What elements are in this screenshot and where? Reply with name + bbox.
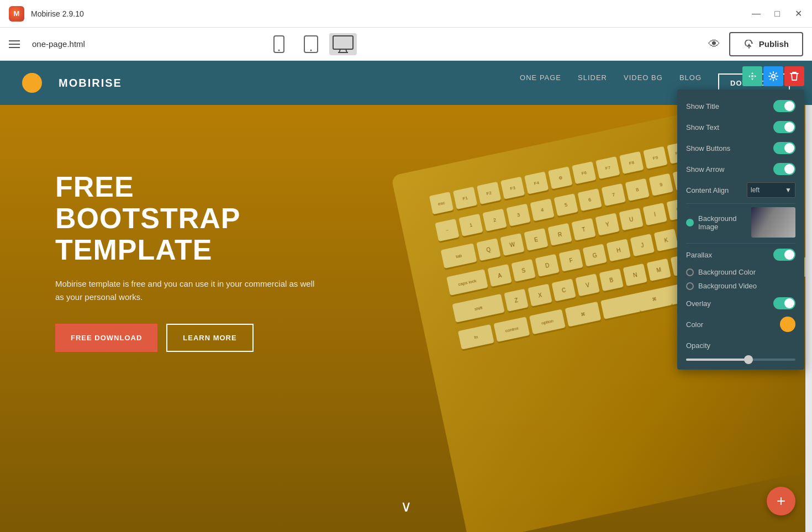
scrollbar[interactable]	[805, 61, 812, 532]
background-video-row: Background Video	[686, 282, 795, 290]
minimize-button[interactable]: —	[751, 9, 761, 19]
hero-text-block: FREE BOOTSTRAP TEMPLATE Mobirise templat…	[55, 171, 320, 352]
background-video-radio[interactable]	[686, 282, 694, 290]
opacity-label-row: Opacity	[686, 338, 795, 353]
content-area: MOBIRISE ONE PAGE SLIDER VIDEO BG BLOG D…	[0, 61, 812, 532]
color-swatch[interactable]	[780, 317, 795, 332]
hamburger-menu[interactable]	[9, 40, 20, 48]
parallax-label: Parallax	[686, 251, 773, 259]
overlay-label: Overlay	[686, 299, 773, 308]
slider-fill	[686, 359, 746, 361]
background-color-label: Background Color	[698, 268, 795, 276]
slider-track	[686, 359, 795, 361]
background-color-row: Background Color	[686, 268, 795, 276]
hero-subtitle: Mobirise template is free and you can us…	[55, 277, 320, 304]
background-image-thumb[interactable]	[751, 207, 795, 238]
background-image-row: Background Image	[686, 207, 795, 238]
publish-button[interactable]: Publish	[729, 32, 803, 56]
hero-title: FREE BOOTSTRAP TEMPLATE	[55, 171, 320, 266]
hero-buttons: FREE DOWNLOAD LEARN MORE	[55, 324, 320, 352]
overlay-toggle[interactable]	[773, 297, 795, 309]
app-logo: M	[9, 6, 24, 22]
show-title-label: Show Title	[686, 102, 773, 110]
maximize-button[interactable]: □	[772, 9, 782, 19]
show-arrow-label: Show Arrow	[686, 165, 773, 173]
nav-link-slider[interactable]: SLIDER	[578, 73, 607, 93]
bg-image-active-dot	[686, 219, 694, 227]
content-align-select[interactable]: left ▼	[747, 182, 795, 198]
desktop-icon	[333, 35, 354, 53]
content-align-label: Content Align	[686, 186, 747, 194]
parallax-toggle[interactable]	[773, 249, 795, 261]
nav-link-videobg[interactable]: VIDEO BG	[624, 73, 663, 93]
site-logo-text: MOBIRISE	[59, 77, 122, 89]
close-button[interactable]: ✕	[793, 9, 803, 19]
mobile-view-button[interactable]	[265, 33, 293, 55]
parallax-row: Parallax	[686, 247, 795, 262]
learn-more-button[interactable]: LEARN MORE	[166, 324, 253, 352]
show-title-row: Show Title	[686, 98, 795, 114]
content-align-row: Content Align left ▼	[686, 182, 795, 198]
site-logo-circle	[22, 73, 42, 93]
color-row: Color	[686, 317, 795, 332]
menu-bar: one-page.html 👁	[0, 28, 812, 61]
color-label: Color	[686, 320, 780, 329]
title-bar: M Mobirise 2.9.10 — □ ✕	[0, 0, 812, 28]
divider-1	[686, 203, 795, 204]
nav-link-onepage[interactable]: ONE PAGE	[520, 73, 561, 93]
free-download-button[interactable]: FREE DOWNLOAD	[55, 324, 157, 352]
tablet-view-button[interactable]	[297, 33, 325, 55]
opacity-label: Opacity	[686, 341, 795, 350]
show-text-row: Show Text	[686, 119, 795, 135]
mobile-icon	[273, 35, 285, 53]
show-text-label: Show Text	[686, 123, 773, 131]
opacity-slider[interactable]	[686, 359, 795, 361]
scroll-arrow[interactable]: ∨	[400, 497, 412, 515]
svg-point-1	[278, 49, 280, 51]
cloud-upload-icon	[744, 40, 755, 49]
svg-point-3	[310, 49, 312, 51]
show-buttons-row: Show Buttons	[686, 140, 795, 156]
tablet-icon	[303, 35, 319, 53]
show-title-toggle[interactable]	[773, 100, 795, 112]
add-block-button[interactable]: +	[767, 487, 795, 515]
background-color-radio[interactable]	[686, 268, 694, 276]
settings-icon	[768, 71, 778, 81]
filename-label: one-page.html	[32, 39, 85, 49]
settings-panel: Show Title Show Text Show Buttons Show A…	[677, 89, 804, 370]
slider-thumb[interactable]	[744, 355, 753, 364]
panel-toolbar	[742, 66, 804, 86]
show-arrow-toggle[interactable]	[773, 163, 795, 175]
svg-rect-8	[751, 75, 753, 77]
background-image-label: Background Image	[698, 214, 751, 231]
menu-right: 👁 Publish	[708, 32, 803, 56]
svg-rect-4	[333, 36, 353, 49]
divider-2	[686, 243, 795, 244]
svg-point-9	[772, 75, 775, 78]
show-buttons-toggle[interactable]	[773, 142, 795, 154]
preview-icon[interactable]: 👁	[708, 37, 720, 51]
move-block-button[interactable]	[742, 66, 762, 86]
logo-letter: M	[14, 9, 20, 18]
show-arrow-row: Show Arrow	[686, 161, 795, 177]
move-icon	[747, 71, 757, 81]
trash-icon	[790, 71, 799, 81]
app-name: Mobirise 2.9.10	[31, 9, 84, 18]
background-video-label: Background Video	[698, 282, 795, 290]
show-buttons-label: Show Buttons	[686, 144, 773, 152]
show-text-toggle[interactable]	[773, 121, 795, 133]
device-switcher	[265, 33, 357, 55]
delete-block-button[interactable]	[784, 66, 804, 86]
chevron-down-icon: ▼	[785, 186, 792, 194]
settings-block-button[interactable]	[763, 66, 783, 86]
overlay-row: Overlay	[686, 296, 795, 311]
window-controls: — □ ✕	[751, 9, 803, 19]
desktop-view-button[interactable]	[329, 33, 357, 55]
